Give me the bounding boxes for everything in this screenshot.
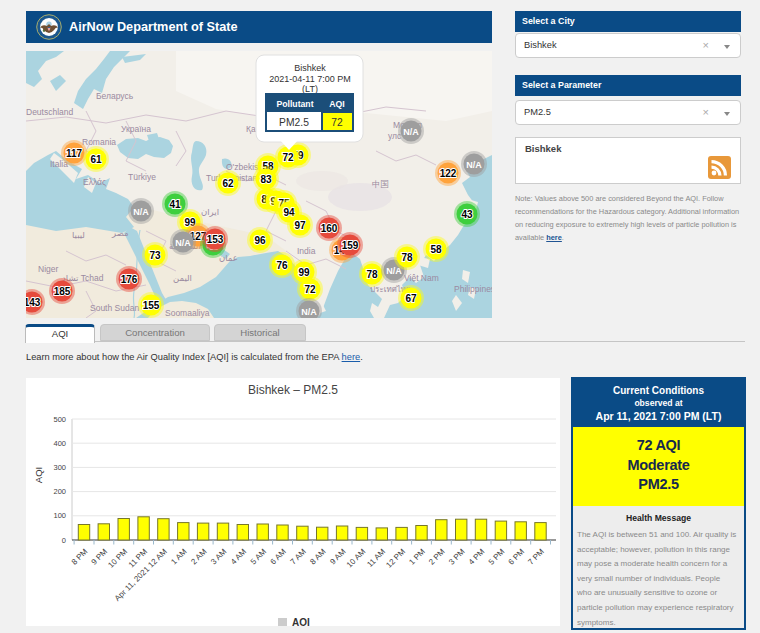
svg-text:N/A: N/A	[133, 207, 149, 217]
svg-text:100: 100	[53, 511, 66, 520]
svg-text:6 PM: 6 PM	[507, 547, 527, 567]
svg-text:62: 62	[222, 178, 234, 189]
svg-text:Deutschland: Deutschland	[26, 107, 74, 117]
svg-text:N/A: N/A	[301, 307, 317, 317]
svg-text:160: 160	[321, 223, 338, 234]
svg-text:5 AM: 5 AM	[249, 547, 268, 566]
svg-text:PM2.5: PM2.5	[279, 117, 309, 128]
svg-text:143: 143	[26, 297, 41, 308]
svg-text:N/A: N/A	[175, 238, 191, 248]
svg-text:400: 400	[53, 439, 66, 448]
svg-text:Україна: Україна	[121, 124, 151, 134]
svg-text:Ελλάς: Ελλάς	[83, 177, 106, 187]
svg-text:2021-04-11 7:00 PM: 2021-04-11 7:00 PM	[269, 74, 350, 84]
svg-text:176: 176	[121, 274, 138, 285]
svg-text:Беларусь: Беларусь	[96, 91, 134, 101]
svg-text:153: 153	[207, 234, 224, 245]
svg-text:78: 78	[366, 269, 378, 280]
svg-text:72: 72	[304, 284, 316, 295]
svg-text:72: 72	[331, 117, 343, 128]
svg-text:ايران: ايران	[201, 207, 219, 217]
svg-text:11 AM: 11 AM	[365, 547, 387, 569]
svg-text:(LT): (LT)	[302, 84, 318, 94]
svg-text:India: India	[297, 246, 316, 256]
svg-text:8 AM: 8 AM	[308, 547, 327, 566]
svg-text:Pollutant: Pollutant	[276, 99, 313, 109]
svg-text:0: 0	[62, 536, 66, 545]
svg-text:6 AM: 6 AM	[269, 547, 288, 566]
svg-text:155: 155	[143, 300, 160, 311]
svg-text:10 PM: 10 PM	[106, 547, 129, 570]
svg-text:مصر: مصر	[111, 228, 129, 238]
svg-text:Việt Nam: Việt Nam	[404, 273, 439, 283]
svg-text:76: 76	[276, 260, 288, 271]
svg-text:97: 97	[294, 220, 306, 231]
svg-text:ليبيا: ليبيا	[72, 230, 85, 240]
svg-text:67: 67	[405, 293, 417, 304]
svg-text:N/A: N/A	[403, 127, 419, 137]
svg-text:61: 61	[90, 154, 102, 165]
svg-text:اليمن: اليمن	[173, 273, 192, 283]
svg-text:7 AM: 7 AM	[289, 547, 308, 566]
svg-text:41: 41	[169, 199, 181, 210]
svg-text:300: 300	[53, 463, 66, 472]
svg-text:Türkiye: Türkiye	[128, 172, 156, 182]
svg-text:73: 73	[149, 250, 161, 261]
svg-text:96: 96	[254, 235, 266, 246]
svg-text:AQI: AQI	[329, 99, 344, 109]
svg-text:159: 159	[342, 240, 359, 251]
svg-text:78: 78	[401, 252, 413, 263]
svg-text:3 PM: 3 PM	[447, 547, 467, 567]
svg-text:3 AM: 3 AM	[209, 547, 228, 566]
svg-text:Bishkek: Bishkek	[294, 63, 326, 73]
svg-text:AQI: AQI	[33, 467, 44, 483]
svg-text:12 PM: 12 PM	[384, 547, 407, 570]
svg-text:Soomaaliya: Soomaaliya	[165, 308, 210, 318]
svg-text:43: 43	[461, 209, 473, 220]
svg-text:Romania: Romania	[82, 137, 116, 147]
svg-text:1 PM: 1 PM	[407, 547, 427, 567]
svg-text:500: 500	[53, 415, 66, 424]
svg-text:4 AM: 4 AM	[229, 547, 248, 566]
svg-text:185: 185	[54, 286, 71, 297]
svg-text:1 AM: 1 AM	[169, 547, 188, 566]
svg-text:83: 83	[260, 174, 272, 185]
svg-text:8 PM: 8 PM	[70, 547, 90, 567]
svg-text:2 AM: 2 AM	[189, 547, 208, 566]
svg-text:99: 99	[298, 267, 310, 278]
svg-text:117: 117	[66, 148, 83, 159]
svg-text:58: 58	[430, 244, 442, 255]
svg-text:4 PM: 4 PM	[467, 547, 487, 567]
svg-text:5 PM: 5 PM	[487, 547, 507, 567]
svg-text:AQI: AQI	[292, 617, 310, 626]
svg-text:N/A: N/A	[466, 160, 482, 170]
svg-text:7 PM: 7 PM	[526, 547, 546, 567]
svg-text:中国: 中国	[372, 179, 389, 189]
svg-text:10 AM: 10 AM	[345, 547, 368, 570]
svg-text:122: 122	[440, 168, 457, 179]
svg-text:Philippines: Philippines	[454, 284, 492, 294]
svg-text:200: 200	[53, 487, 66, 496]
svg-text:South Sudan: South Sudan	[90, 303, 139, 313]
svg-text:72: 72	[282, 152, 294, 163]
svg-text:Bishkek – PM2.5: Bishkek – PM2.5	[248, 383, 338, 397]
svg-text:2 PM: 2 PM	[427, 547, 447, 567]
svg-text:Niger: Niger	[38, 264, 58, 274]
